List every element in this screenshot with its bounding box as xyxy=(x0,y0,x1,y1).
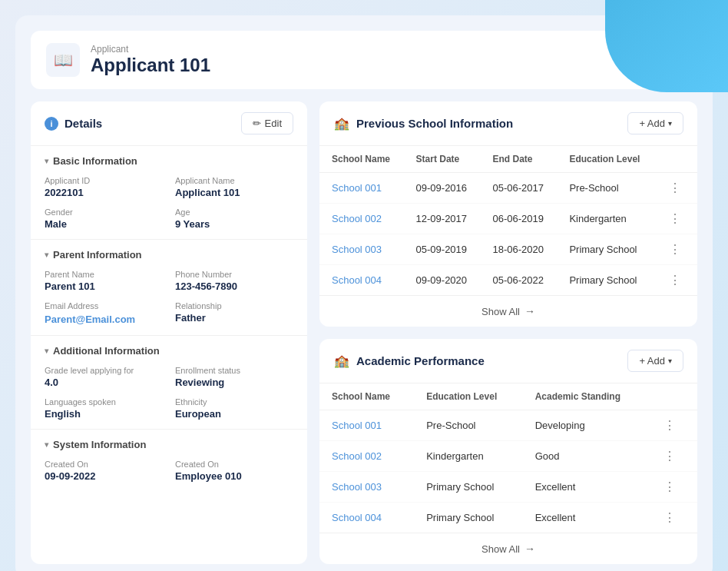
academic-performance-header: 🏫 Academic Performance + Add ▾ xyxy=(319,339,697,383)
school-name-cell: School 001 xyxy=(319,173,404,204)
end-date-cell: 05-06-2017 xyxy=(480,173,557,204)
page-title: Applicant 101 xyxy=(91,55,210,76)
header-subtitle: Applicant xyxy=(91,44,210,55)
ap-row-menu-button[interactable]: ⋮ xyxy=(660,510,679,526)
ap-row-actions-cell: ⋮ xyxy=(648,441,697,472)
phone-field: Phone Number 123-456-7890 xyxy=(175,270,293,292)
header-icon: 📖 xyxy=(46,43,80,77)
ap-row-menu-button[interactable]: ⋮ xyxy=(660,417,679,433)
school-name-cell: School 003 xyxy=(319,234,404,265)
ap-school-link[interactable]: School 001 xyxy=(332,420,382,431)
applicant-name-field: Applicant Name Applicant 101 xyxy=(175,176,293,198)
parent-name-field: Parent Name Parent 101 xyxy=(45,270,163,292)
parent-info-fields: Parent Name Parent 101 Phone Number 123-… xyxy=(45,270,293,326)
header: 📖 Applicant Applicant 101 xyxy=(31,31,697,89)
previous-schools-title: Previous School Information xyxy=(356,117,513,130)
ap-school-name-cell: School 001 xyxy=(319,410,414,441)
ap-academic-standing-cell: Good xyxy=(523,441,648,472)
ap-school-name-cell: School 003 xyxy=(319,472,414,503)
dropdown-chevron-icon: ▾ xyxy=(668,119,672,128)
ap-row-actions-cell: ⋮ xyxy=(648,410,697,441)
education-level-cell: Primary School xyxy=(557,234,654,265)
school-building-icon: 🏫 xyxy=(333,115,350,132)
ap-academic-standing-cell: Developing xyxy=(523,410,648,441)
additional-info-section: ▾ Additional Information Grade level app… xyxy=(31,336,307,430)
grade-field: Grade level applying for 4.0 xyxy=(45,366,163,388)
previous-schools-title-group: 🏫 Previous School Information xyxy=(333,115,513,132)
academic-performance-title: Academic Performance xyxy=(356,354,485,367)
ap-school-name-cell: School 004 xyxy=(319,503,414,533)
education-level-cell: Pre-School xyxy=(557,173,654,204)
school-name-cell: School 002 xyxy=(319,204,404,234)
end-date-cell: 06-06-2019 xyxy=(480,204,557,234)
previous-schools-header: 🏫 Previous School Information + Add ▾ xyxy=(319,101,697,146)
row-actions-cell: ⋮ xyxy=(654,173,697,204)
ap-school-link[interactable]: School 002 xyxy=(332,450,382,462)
row-menu-button[interactable]: ⋮ xyxy=(666,180,684,196)
chevron-icon: ▾ xyxy=(45,157,48,165)
enrollment-field: Enrollment status Reviewing xyxy=(175,366,293,388)
header-text: Applicant Applicant 101 xyxy=(91,44,210,76)
academic-performance-card: 🏫 Academic Performance + Add ▾ School Na… xyxy=(319,339,697,564)
system-info-toggle[interactable]: ▾ System Information xyxy=(45,439,293,450)
arrow-right-icon-2: → xyxy=(524,543,535,555)
created-on-field: Created On 09-09-2022 xyxy=(45,460,163,482)
col-actions xyxy=(654,146,697,173)
col-start-date: Start Date xyxy=(404,146,481,173)
details-panel: i Details ✏ Edit ▾ Basic Information App… xyxy=(31,101,307,564)
school-link[interactable]: School 003 xyxy=(332,244,382,255)
school-link[interactable]: School 004 xyxy=(332,274,382,286)
previous-schools-show-all[interactable]: Show All → xyxy=(319,295,697,327)
table-row: School 001 Pre-School Developing ⋮ xyxy=(319,410,697,441)
system-info-section: ▾ System Information Created On 09-09-20… xyxy=(31,430,307,491)
ap-school-link[interactable]: School 004 xyxy=(332,512,382,523)
table-row: School 001 09-09-2016 05-06-2017 Pre-Sch… xyxy=(319,173,697,204)
table-row: School 004 09-09-2020 05-06-2022 Primary… xyxy=(319,265,697,296)
ap-school-name-cell: School 002 xyxy=(319,441,414,472)
basic-info-toggle[interactable]: ▾ Basic Information xyxy=(45,155,293,167)
school-link[interactable]: School 001 xyxy=(332,182,382,194)
edit-pencil-icon: ✏ xyxy=(253,118,261,129)
col-education-level: Education Level xyxy=(557,146,654,173)
school-name-cell: School 004 xyxy=(319,265,404,296)
system-info-fields: Created On 09-09-2022 Created On Employe… xyxy=(45,460,293,482)
academic-performance-show-all[interactable]: Show All → xyxy=(319,533,697,564)
applicant-id-field: Applicant ID 2022101 xyxy=(45,176,163,198)
ap-row-menu-button[interactable]: ⋮ xyxy=(660,448,679,464)
arrow-right-icon: → xyxy=(524,305,535,317)
ap-education-level-cell: Primary School xyxy=(414,472,522,503)
email-field: Email Address Parent@Email.com xyxy=(45,301,163,326)
academic-performance-add-button[interactable]: + Add ▾ xyxy=(627,350,683,372)
row-menu-button[interactable]: ⋮ xyxy=(666,272,684,288)
row-menu-button[interactable]: ⋮ xyxy=(666,211,684,227)
start-date-cell: 12-09-2017 xyxy=(404,204,481,234)
parent-info-toggle[interactable]: ▾ Parent Information xyxy=(45,249,293,261)
ethnicity-field: Ethnicity European xyxy=(175,397,293,420)
edit-button[interactable]: ✏ Edit xyxy=(241,112,293,134)
additional-info-fields: Grade level applying for 4.0 Enrollment … xyxy=(45,366,293,420)
school-link[interactable]: School 002 xyxy=(332,213,382,224)
table-row: School 002 12-09-2017 06-06-2019 Kinderg… xyxy=(319,204,697,234)
previous-schools-card: 🏫 Previous School Information + Add ▾ Sc… xyxy=(319,101,697,327)
start-date-cell: 09-09-2020 xyxy=(404,265,481,296)
row-menu-button[interactable]: ⋮ xyxy=(666,241,684,257)
row-actions-cell: ⋮ xyxy=(654,204,697,234)
additional-info-toggle[interactable]: ▾ Additional Information xyxy=(45,345,293,357)
ap-row-menu-button[interactable]: ⋮ xyxy=(660,479,679,495)
end-date-cell: 05-06-2022 xyxy=(480,265,557,296)
performance-icon: 🏫 xyxy=(333,353,350,370)
chevron-icon-3: ▾ xyxy=(45,347,48,355)
previous-schools-table: School Name Start Date End Date Educatio… xyxy=(319,146,697,295)
previous-schools-add-button[interactable]: + Add ▾ xyxy=(627,112,683,134)
ap-academic-standing-cell: Excellent xyxy=(523,472,648,503)
age-field: Age 9 Years xyxy=(175,207,293,230)
ap-education-level-cell: Pre-School xyxy=(414,410,522,441)
ap-education-level-cell: Primary School xyxy=(414,503,522,533)
ap-school-link[interactable]: School 003 xyxy=(332,481,382,493)
ap-col-education-level: Education Level xyxy=(414,383,522,410)
ap-education-level-cell: Kindergarten xyxy=(414,441,522,472)
academic-performance-title-group: 🏫 Academic Performance xyxy=(333,353,485,370)
row-actions-cell: ⋮ xyxy=(654,234,697,265)
ap-row-actions-cell: ⋮ xyxy=(648,472,697,503)
education-level-cell: Kindergarten xyxy=(557,204,654,234)
